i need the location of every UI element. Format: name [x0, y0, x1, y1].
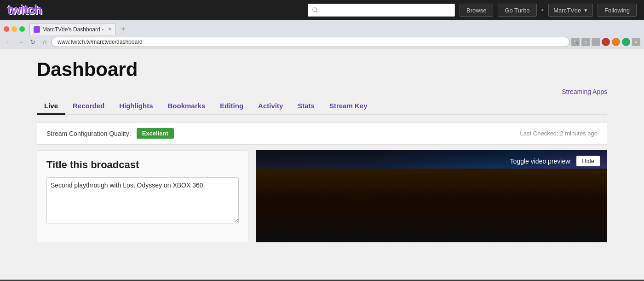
go-turbo-button[interactable]: Go Turbo — [498, 4, 536, 17]
tab-stream-key[interactable]: Stream Key — [322, 98, 375, 115]
user-menu-button[interactable]: MarcTVde ▼ — [548, 4, 593, 17]
tab-live[interactable]: Live — [37, 98, 65, 115]
video-preview-panel: Toggle video preview: Hide — [256, 150, 607, 242]
bookmark-icon[interactable]: ☆ — [581, 38, 590, 46]
address-input[interactable] — [52, 37, 569, 47]
following-button[interactable]: Following — [598, 4, 637, 17]
page-title: Dashboard — [37, 59, 607, 81]
extension-icon-4[interactable] — [622, 38, 630, 46]
bottom-panels: Title this broadcast Second playthrough … — [37, 150, 607, 242]
tab-highlights[interactable]: Highlights — [112, 98, 160, 115]
chevron-down-icon: ▼ — [583, 8, 588, 13]
home-button[interactable]: ⌂ — [40, 37, 50, 47]
video-scene — [256, 169, 607, 242]
username-label: MarcTVde — [553, 7, 581, 14]
nav-separator: • — [541, 6, 544, 14]
close-window-button[interactable] — [4, 26, 9, 32]
tab-activity[interactable]: Activity — [251, 98, 290, 115]
address-bar-row: ← → ↻ ⌂ 🔍 ☆ ≡ — [0, 35, 644, 49]
tab-editing[interactable]: Editing — [213, 98, 251, 115]
broadcast-title-heading: Title this broadcast — [46, 159, 239, 171]
page-content: Dashboard Streaming Apps Live Recorded H… — [0, 49, 644, 280]
back-button[interactable]: ← — [4, 37, 14, 47]
extension-icon-3[interactable] — [612, 38, 620, 46]
extension-icon-1[interactable] — [592, 38, 600, 46]
twitch-top-nav: twitch Browse Go Turbo • MarcTVde ▼ Foll… — [0, 0, 644, 20]
browser-extension-icons: 🔍 ☆ ≡ — [571, 38, 640, 46]
quality-timestamp: Last Checked: 2 minutes ago — [520, 130, 598, 137]
window-controls — [4, 26, 25, 32]
tab-close-icon[interactable]: ✕ — [108, 26, 112, 32]
tab-stats[interactable]: Stats — [290, 98, 322, 115]
browser-chrome: MarcTVde's Dashboard - ✕ + ← → ↻ ⌂ 🔍 ☆ ≡ — [0, 20, 644, 49]
tab-navigation: Live Recorded Highlights Bookmarks Editi… — [37, 98, 607, 115]
new-tab-button[interactable]: + — [118, 23, 129, 35]
title-panel: Title this broadcast Second playthrough … — [37, 150, 248, 242]
video-overlay: Toggle video preview: Hide — [256, 150, 607, 172]
toggle-preview-label: Toggle video preview: — [510, 158, 572, 165]
tab-bar: MarcTVde's Dashboard - ✕ + — [0, 20, 644, 35]
twitch-logo[interactable]: twitch — [7, 3, 42, 18]
menu-icon[interactable]: ≡ — [632, 38, 640, 46]
maximize-window-button[interactable] — [19, 26, 25, 32]
quality-left: Stream Configuration Quality: Excellent — [46, 128, 174, 139]
minimize-window-button[interactable] — [12, 26, 17, 32]
browse-button[interactable]: Browse — [460, 4, 493, 17]
refresh-button[interactable]: ↻ — [28, 37, 38, 47]
tab-title: MarcTVde's Dashboard - — [42, 26, 104, 33]
zoom-icon: 🔍 — [571, 38, 580, 46]
main-area: Stream Configuration Quality: Excellent … — [37, 122, 607, 242]
extension-icon-2[interactable] — [602, 38, 610, 46]
quality-label: Stream Configuration Quality: — [46, 130, 131, 137]
tab-favicon — [34, 26, 40, 33]
forward-button[interactable]: → — [16, 37, 26, 47]
streaming-apps-link[interactable]: Streaming Apps — [37, 88, 607, 95]
twitch-logo-text: twitch — [7, 3, 42, 17]
tab-bookmarks[interactable]: Bookmarks — [161, 98, 213, 115]
quality-bar: Stream Configuration Quality: Excellent … — [37, 122, 607, 145]
search-input[interactable] — [308, 4, 455, 17]
browser-tab[interactable]: MarcTVde's Dashboard - ✕ — [29, 23, 116, 35]
broadcast-title-input[interactable]: Second playthrough with Lost Odyssey on … — [46, 177, 239, 223]
tab-recorded[interactable]: Recorded — [65, 98, 112, 115]
quality-badge: Excellent — [137, 128, 174, 139]
hide-preview-button[interactable]: Hide — [576, 156, 600, 166]
